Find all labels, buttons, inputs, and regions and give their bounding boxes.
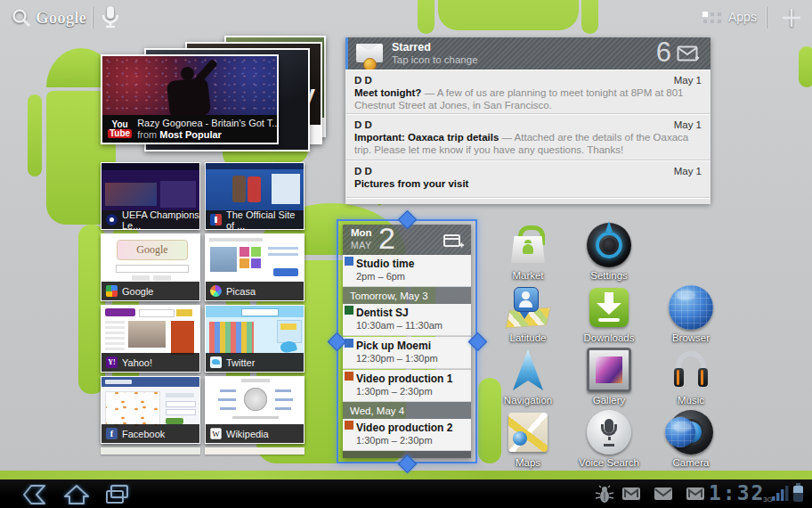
app-label: Market — [491, 270, 565, 281]
app-shortcut-latitude[interactable]: Latitude — [491, 285, 565, 343]
gmail-widget-header[interactable]: Starred Tap icon to change 6 — [345, 37, 710, 70]
youtube-logo-tube: Tube — [108, 129, 132, 138]
email-row[interactable]: D DMay 1 Pictures from your visit — [345, 160, 710, 198]
gmail-widget[interactable]: Starred Tap icon to change 6 D DMay 1 Me… — [345, 37, 710, 203]
apps-button[interactable]: Apps — [728, 10, 757, 24]
back-button[interactable] — [21, 484, 52, 505]
email-date: May 1 — [674, 119, 702, 130]
gmail-label-subtitle: Tap icon to change — [392, 54, 478, 65]
thumb-art — [153, 275, 171, 281]
new-event-icon[interactable] — [443, 232, 464, 250]
app-shortcut-navigation[interactable]: Navigation — [491, 348, 565, 406]
app-label: Maps — [491, 457, 565, 468]
app-shortcut-market[interactable]: Market — [491, 223, 565, 281]
youtube-logo-you: You — [112, 120, 128, 129]
bookmark-label: UEFA Champions Le... — [122, 209, 199, 231]
thumb-art — [166, 401, 196, 407]
calendar-event[interactable]: Studio time 2pm – 6pm — [343, 255, 471, 287]
recent-apps-button[interactable] — [103, 484, 132, 505]
app-shortcut-music[interactable]: Music — [654, 348, 728, 406]
bookmark-label: Google — [122, 286, 153, 297]
bookmark-yahoo[interactable]: Y!Yahoo! — [101, 305, 200, 373]
bookmark-partial — [101, 447, 200, 455]
thumb-art — [220, 389, 236, 392]
signal-strength-icon — [772, 486, 790, 502]
email-row[interactable]: D DMay 1 Meet tonight? — A few of us are… — [345, 70, 710, 114]
calendar-event[interactable]: Dentist SJ 10:30am – 11:30am — [343, 304, 471, 336]
email-notification-icon — [654, 487, 673, 501]
app-shortcut-gallery[interactable]: Gallery — [572, 348, 646, 406]
email-sender: D D — [354, 119, 372, 130]
google-search-widget[interactable]: Google — [36, 8, 86, 28]
status-tray[interactable]: 1:32 3G — [588, 479, 812, 508]
thumb-art — [280, 324, 296, 330]
thumb-art — [240, 258, 249, 268]
email-sender: D D — [354, 75, 372, 86]
email-row-partial — [345, 198, 710, 204]
app-label: Latitude — [491, 332, 565, 343]
email-row[interactable]: D DMay 1 Important: Oaxaca trip details … — [345, 114, 710, 160]
youtube-card-front[interactable]: You Tube Razy Gogonea - Britain's Got T.… — [101, 54, 279, 144]
app-shortcut-browser[interactable]: Browser — [654, 285, 728, 343]
calendar-day-header: Wed, May 4 — [343, 402, 471, 419]
settings-icon — [587, 223, 631, 267]
app-shortcut-voice-search[interactable]: Voice Search — [572, 410, 646, 468]
youtube-logo: You Tube — [108, 120, 132, 138]
voice-search-mic-icon[interactable] — [100, 4, 121, 31]
home-screen: Google Apps Starred Tap icon to change 6 — [0, 0, 812, 508]
bookmark-picasa[interactable]: Picasa — [205, 234, 304, 301]
thumb-art — [251, 247, 261, 257]
bookmark-wikipedia[interactable]: WWikipedia — [205, 376, 304, 444]
thumb-art — [132, 275, 150, 281]
yahoo-favicon: Y! — [106, 356, 118, 368]
bookmark-label: Yahoo! — [122, 357, 152, 368]
app-label: Navigation — [491, 395, 565, 406]
event-color-chip — [345, 339, 353, 348]
app-label: Gallery — [572, 395, 646, 406]
email-sender: D D — [354, 166, 372, 176]
navigation-icon — [506, 348, 550, 392]
gmail-envelope-icon[interactable] — [356, 44, 383, 62]
calendar-widget[interactable]: Mon MAY 2 Studio time 2pm – 6pm Tomorrow… — [343, 225, 471, 458]
video-title: Razy Gogonea - Britain's Got T... — [137, 118, 279, 129]
thumb-art — [166, 418, 183, 424]
app-shortcut-settings[interactable]: Settings — [572, 223, 646, 281]
thumb-art — [240, 247, 249, 257]
divider — [92, 7, 93, 29]
bookmark-label: Wikipedia — [226, 429, 269, 439]
calendar-event[interactable]: Video production 1 1:30pm – 2:30pm — [343, 370, 471, 402]
bookmark-mlb[interactable]: The Official Site of ... — [205, 162, 304, 230]
event-title: Studio time — [356, 258, 414, 270]
app-label: Browser — [654, 332, 728, 343]
wikipedia-favicon: W — [210, 428, 222, 439]
market-icon — [506, 223, 550, 267]
bookmark-facebook[interactable]: fFacebook — [101, 376, 200, 444]
bookmark-uefa[interactable]: UEFA Champions Le... — [101, 162, 200, 230]
thumb-art — [244, 388, 267, 411]
calendar-event[interactable]: Pick up Moemi 12:30pm – 1:30pm — [343, 337, 471, 369]
calendar-event[interactable]: Video production 2 1:30pm – 2:30pm — [343, 419, 471, 451]
browser-icon — [669, 285, 713, 330]
home-button[interactable] — [62, 484, 91, 505]
thumb-art — [166, 393, 194, 397]
browser-badge-icon — [665, 417, 695, 447]
bookmark-google[interactable]: Google Google — [101, 234, 200, 301]
compose-icon[interactable] — [677, 45, 700, 63]
app-shortcut-downloads[interactable]: Downloads — [572, 285, 646, 343]
bookmark-twitter[interactable]: Twitter — [205, 305, 304, 373]
accent-strip — [345, 37, 348, 70]
youtube-widget[interactable]: p... y s... You Tube Razy Gogonea - Brit… — [89, 32, 329, 148]
search-icon[interactable] — [11, 7, 32, 29]
thumb-art — [275, 398, 293, 401]
app-shortcut-maps[interactable]: Maps — [491, 410, 565, 468]
calendar-day-number: 2 — [378, 221, 395, 256]
twitter-favicon — [210, 356, 222, 368]
voice-search-icon — [587, 410, 631, 455]
thumb-art — [176, 309, 192, 316]
add-to-home-icon[interactable] — [780, 6, 803, 29]
facebook-favicon: f — [106, 428, 118, 439]
thumb-art — [105, 380, 132, 384]
thumb-art — [160, 181, 196, 208]
email-subject: Important: Oaxaca trip details — [354, 132, 499, 143]
thumb-art — [232, 416, 279, 419]
